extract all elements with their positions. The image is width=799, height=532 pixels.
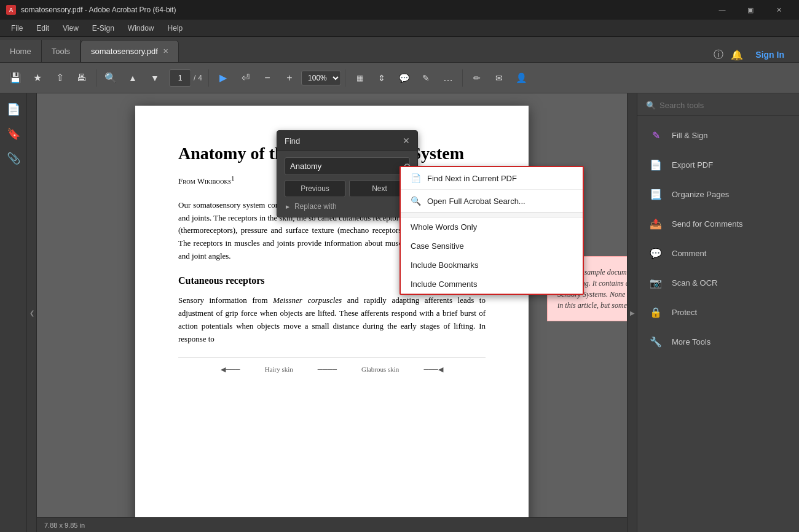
replace-arrow-icon: ► (285, 203, 291, 210)
menu-file[interactable]: File (5, 22, 29, 34)
signin-button[interactable]: Sign In (750, 47, 789, 62)
option-include-comments-label: Include Comments (411, 280, 477, 289)
rp-scan-ocr-label: Scan & OCR (672, 278, 717, 288)
rp-fill-sign[interactable]: ✎ Fill & Sign (637, 120, 799, 150)
more-tools-button[interactable]: … (438, 68, 459, 88)
zoom-out-button[interactable]: 🔍 (100, 68, 121, 88)
rp-scan-ocr[interactable]: 📷 Scan & OCR (637, 268, 799, 297)
menu-help[interactable]: Help (162, 22, 189, 34)
rp-more-tools[interactable]: 🔧 More Tools (637, 327, 799, 356)
page-navigation: 1 / 4 (169, 69, 202, 87)
upload-button[interactable]: ⇧ (49, 68, 70, 88)
menu-edit[interactable]: Edit (30, 22, 55, 34)
find-close-button[interactable]: ✕ (403, 136, 410, 146)
app-icon: A (6, 5, 16, 15)
find-dialog: Find ✕ ⚙ Previous Next ► Replace with (277, 130, 418, 217)
collapse-handle-left[interactable]: ❮ (27, 93, 37, 532)
fit-width-button[interactable]: ⇕ (371, 68, 392, 88)
tabs-left: Home Tools somatosensory.pdf ✕ (0, 37, 179, 62)
search-icon: 🔍 (646, 101, 656, 110)
search-tools-input[interactable] (659, 101, 790, 110)
rp-export-pdf[interactable]: 📄 Export PDF (637, 150, 799, 179)
option-include-comments[interactable]: Include Comments (401, 275, 583, 294)
expand-handle-right[interactable]: ▶ (627, 93, 637, 532)
next-page-button[interactable]: ▼ (144, 68, 165, 88)
comment-icon: 💬 (647, 244, 664, 262)
sidebar-page-icon[interactable]: 📄 (2, 98, 25, 120)
rp-organize-pages[interactable]: 📃 Organize Pages (637, 179, 799, 209)
search-find-next[interactable]: 📄 Find Next in Current PDF (401, 167, 583, 190)
tabbar-right: ⓘ 🔔 Sign In (714, 47, 799, 62)
save-button[interactable]: 💾 (5, 68, 26, 88)
tab-document[interactable]: somatosensory.pdf ✕ (81, 40, 179, 62)
minimize-button[interactable]: ― (708, 0, 736, 20)
notifications-icon[interactable]: 🔔 (731, 49, 743, 61)
protect-icon: 🔒 (647, 303, 664, 321)
tabbar: Home Tools somatosensory.pdf ✕ ⓘ 🔔 Sign … (0, 37, 799, 63)
rp-organize-pages-label: Organize Pages (672, 190, 729, 199)
search-divider (401, 213, 583, 217)
status-bar: 7.88 x 9.85 in (37, 517, 627, 532)
toolbar: 💾 ★ ⇧ 🖶 🔍 ▲ ▼ 1 / 4 ▶ ⏎ − + 100% 75% 150… (0, 63, 799, 93)
find-previous-button[interactable]: Previous (285, 180, 345, 197)
print-button[interactable]: 🖶 (71, 68, 92, 88)
skin-label-left-arrow: ◀─── (221, 364, 240, 375)
menu-view[interactable]: View (57, 22, 85, 34)
rp-comment[interactable]: 💬 Comment (637, 238, 799, 268)
zoom-select[interactable]: 100% 75% 150% (301, 71, 341, 85)
close-button[interactable]: ✕ (765, 0, 793, 20)
cursor-tool[interactable]: ▶ (213, 68, 234, 88)
more-tools-icon: 🔧 (647, 333, 664, 350)
menu-esign[interactable]: E-Sign (86, 22, 120, 34)
left-sidebar: 📄 🔖 📎 (0, 93, 27, 532)
tab-close-icon[interactable]: ✕ (163, 47, 168, 55)
page-input[interactable]: 1 (169, 69, 191, 87)
rp-more-tools-label: More Tools (672, 337, 710, 346)
rp-send-comments[interactable]: 📤 Send for Comments (637, 209, 799, 238)
previous-page-button[interactable]: ▲ (122, 68, 143, 88)
skin-label-right-arrow: ───◀ (423, 364, 443, 375)
maximize-button[interactable]: ▣ (736, 0, 765, 20)
sidebar-bookmark-icon[interactable]: 🔖 (2, 123, 25, 145)
find-buttons: Previous Next (285, 180, 410, 197)
search-open-full-label: Open Full Acrobat Search... (427, 197, 525, 206)
help-icon[interactable]: ⓘ (714, 49, 723, 61)
toolbar-separator-4 (462, 69, 463, 87)
find-title: Find (285, 136, 300, 146)
option-include-bookmarks[interactable]: Include Bookmarks (401, 256, 583, 275)
fit-page-button[interactable]: ▦ (349, 68, 370, 88)
option-whole-words[interactable]: Whole Words Only (401, 217, 583, 237)
hairy-skin-label: Hairy skin (265, 364, 293, 375)
zoom-out-btn2[interactable]: − (257, 68, 278, 88)
hand-tool[interactable]: ⏎ (235, 68, 256, 88)
right-panel-header: 🔍 (637, 93, 799, 115)
find-next-icon: 📄 (411, 173, 421, 183)
page-separator: / (194, 74, 195, 82)
bookmark-button[interactable]: ★ (27, 68, 48, 88)
rp-send-comments-label: Send for Comments (672, 219, 743, 229)
fill-sign-icon: ✎ (647, 127, 664, 144)
sidebar-attachment-icon[interactable]: 📎 (2, 147, 25, 170)
option-include-bookmarks-label: Include Bookmarks (411, 260, 479, 270)
tab-home[interactable]: Home (0, 40, 42, 62)
highlight-button[interactable]: ✎ (415, 68, 436, 88)
search-find-next-label: Find Next in Current PDF (427, 174, 517, 183)
option-case-sensitive-label: Case Sensitive (411, 241, 464, 251)
search-open-full[interactable]: 🔍 Open Full Acrobat Search... (401, 190, 583, 213)
menu-window[interactable]: Window (122, 22, 160, 34)
right-panel: 🔍 ✎ Fill & Sign 📄 Export PDF 📃 Organize … (637, 93, 799, 532)
zoom-in-btn[interactable]: + (279, 68, 300, 88)
find-input-row: ⚙ (285, 157, 410, 175)
tab-tools[interactable]: Tools (42, 40, 81, 62)
email-button[interactable]: ✉ (489, 68, 510, 88)
account-button[interactable]: 👤 (511, 68, 532, 88)
annotate-button[interactable]: ✏ (466, 68, 487, 88)
option-case-sensitive[interactable]: Case Sensitive (401, 237, 583, 256)
toolbar-separator-2 (208, 69, 209, 87)
glabrous-skin-label: Glabrous skin (361, 364, 399, 375)
comment-button[interactable]: 💬 (393, 68, 414, 88)
find-replace-row[interactable]: ► Replace with (285, 202, 410, 211)
rp-protect[interactable]: 🔒 Protect (637, 297, 799, 327)
find-input[interactable] (285, 158, 398, 174)
skin-labels: ◀─── Hairy skin ──── Glabrous skin ───◀ (178, 364, 486, 375)
